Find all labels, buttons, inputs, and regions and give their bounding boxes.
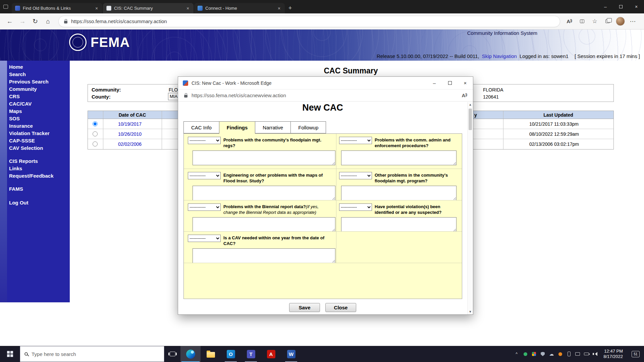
potential-violations-textarea[interactable]: [341, 217, 457, 232]
sidebar-item-crs[interactable]: CRS: [7, 93, 70, 100]
page-title: CAC Summary: [88, 66, 614, 75]
popup-minimize-button[interactable]: –: [427, 77, 442, 89]
home-icon[interactable]: ⌂: [42, 16, 54, 27]
taskbar-clock[interactable]: 12:47 PM 8/17/2022: [601, 349, 625, 359]
row-1-date-link[interactable]: 10/19/2017: [118, 121, 142, 127]
other-problems-textarea[interactable]: [341, 186, 457, 200]
tab-cac-info[interactable]: CAC Info: [183, 121, 219, 133]
close-button[interactable]: ×: [629, 0, 644, 13]
read-aloud-icon[interactable]: A)): [564, 16, 575, 27]
tab-findings[interactable]: Findings: [219, 121, 256, 134]
admin-enforcement-textarea[interactable]: [341, 150, 457, 165]
cav-needed-textarea[interactable]: [193, 248, 335, 263]
biennial-report-select[interactable]: ------------: [188, 203, 221, 211]
taskbar-file-explorer[interactable]: [201, 346, 221, 362]
sidebar-item-violation-tracker[interactable]: Violation Tracker: [7, 130, 70, 137]
hidden-icons-chevron[interactable]: ^: [514, 351, 519, 357]
row-2-date-link[interactable]: 10/26/2010: [118, 131, 142, 137]
floodplain-regs-select[interactable]: ------------: [188, 137, 221, 144]
maps-study-textarea[interactable]: [193, 186, 335, 200]
cav-needed-select[interactable]: ------------: [188, 235, 221, 242]
sidebar-item-sos[interactable]: SOS: [7, 115, 70, 122]
tab-3-close-icon[interactable]: ×: [276, 5, 282, 11]
security-shield-icon[interactable]: [540, 351, 545, 357]
tray-app-icon-quad[interactable]: [531, 351, 537, 357]
sidebar-item-cap-ssse[interactable]: CAP-SSSE: [7, 137, 70, 144]
row-2-radio[interactable]: [93, 131, 98, 136]
maps-study-select[interactable]: ------------: [188, 172, 221, 179]
popup-title-bar[interactable]: CIS: New Cac - Work - Microsoft Edge – ×: [178, 77, 473, 89]
row-1-radio[interactable]: [93, 121, 98, 126]
favorites-icon[interactable]: ☆: [589, 16, 600, 27]
popup-read-aloud-icon[interactable]: A)): [462, 93, 467, 98]
sidebar-item-request-feedback[interactable]: Request/Feedback: [7, 172, 70, 180]
row-3-date-link[interactable]: 02/02/2006: [118, 141, 142, 147]
scrollbar-thumb[interactable]: [469, 109, 472, 130]
file-explorer-icon: [207, 352, 215, 358]
sidebar-item-previous-search[interactable]: Previous Search: [7, 78, 70, 85]
popup-scrollbar[interactable]: ▲ ▼: [467, 102, 473, 314]
tab-followup[interactable]: Followup: [290, 121, 326, 133]
browser-tab-1[interactable]: Find Old Buttons & Links ×: [12, 3, 102, 13]
tab-2-close-icon[interactable]: ×: [185, 5, 191, 11]
battery-icon[interactable]: [584, 351, 589, 357]
search-input[interactable]: [32, 351, 156, 357]
other-problems-select[interactable]: ------------: [339, 172, 372, 179]
taskbar-acrobat[interactable]: A: [261, 346, 281, 362]
back-icon[interactable]: ←: [4, 16, 15, 27]
tray-app-icon-orange[interactable]: [557, 351, 563, 357]
admin-enforcement-select[interactable]: ------------: [339, 137, 372, 144]
taskbar-search[interactable]: [20, 346, 164, 362]
popup-address-bar[interactable]: https://sso.fema.net/cis/cacnewview.acti…: [178, 89, 473, 102]
sidebar-item-cac-cav[interactable]: CAC/CAV: [7, 100, 70, 108]
start-button[interactable]: [0, 346, 20, 362]
close-button-popup[interactable]: Close: [325, 303, 356, 312]
sidebar-item-cav-selection[interactable]: CAV Selection: [7, 144, 70, 152]
sidebar-item-links[interactable]: Links: [7, 165, 70, 172]
sidebar-item-cis-reports[interactable]: CIS Reports: [7, 158, 70, 165]
potential-violations-select[interactable]: ------------: [339, 203, 372, 211]
sidebar-item-home[interactable]: Home: [7, 63, 70, 71]
maximize-button[interactable]: [613, 0, 629, 13]
popup-maximize-button[interactable]: [442, 77, 458, 89]
sidebar-item-log-out[interactable]: Log Out: [7, 199, 70, 206]
browser-tab-2-active[interactable]: CIS: CAC Summary ×: [103, 3, 194, 13]
sidebar-item-search[interactable]: Search: [7, 71, 70, 78]
forward-icon[interactable]: →: [17, 16, 28, 27]
address-bar[interactable]: https://sso.fema.net/cis/cacsummary.acti…: [58, 16, 560, 27]
refresh-icon[interactable]: ↻: [30, 16, 41, 27]
onedrive-icon[interactable]: ☁: [549, 351, 554, 357]
profile-avatar[interactable]: [614, 16, 626, 27]
settings-menu-icon[interactable]: ⋯: [627, 16, 639, 27]
scroll-up-icon[interactable]: ▲: [468, 103, 473, 106]
new-tab-button[interactable]: +: [285, 3, 295, 13]
tab-1-close-icon[interactable]: ×: [94, 5, 100, 11]
enter-immersive-icon[interactable]: [576, 16, 588, 27]
taskbar-edge[interactable]: [180, 346, 201, 362]
notification-center-button[interactable]: 51: [629, 351, 643, 357]
biennial-report-textarea[interactable]: [193, 217, 335, 232]
sidebar-item-community[interactable]: Community: [7, 85, 70, 93]
taskbar-outlook[interactable]: O: [221, 346, 241, 362]
taskbar-word[interactable]: W: [281, 346, 301, 362]
display-icon[interactable]: [575, 351, 580, 357]
scroll-down-icon[interactable]: ▼: [468, 310, 473, 313]
task-view-button[interactable]: [164, 346, 180, 362]
floodplain-regs-textarea[interactable]: [193, 150, 335, 165]
minimize-button[interactable]: –: [598, 0, 613, 13]
sidebar-item-maps[interactable]: Maps: [7, 108, 70, 115]
skip-navigation-link[interactable]: Skip Navigation: [482, 53, 517, 59]
sidebar-item-fams[interactable]: FAMS: [7, 185, 70, 193]
tab-narrative[interactable]: Narrative: [255, 121, 291, 133]
sidebar-item-insurance[interactable]: Insurance: [7, 122, 70, 130]
tab-actions-icon[interactable]: [0, 0, 11, 13]
browser-tab-3[interactable]: Connect - Home ×: [194, 3, 285, 13]
taskbar-teams[interactable]: T: [241, 346, 261, 362]
popup-close-button[interactable]: ×: [458, 77, 473, 89]
row-3-radio[interactable]: [93, 141, 98, 146]
collections-icon[interactable]: [602, 16, 613, 27]
save-button[interactable]: Save: [289, 303, 320, 312]
volume-icon[interactable]: [592, 351, 598, 357]
phone-icon[interactable]: [566, 351, 572, 357]
tray-app-icon-green[interactable]: [523, 351, 528, 357]
